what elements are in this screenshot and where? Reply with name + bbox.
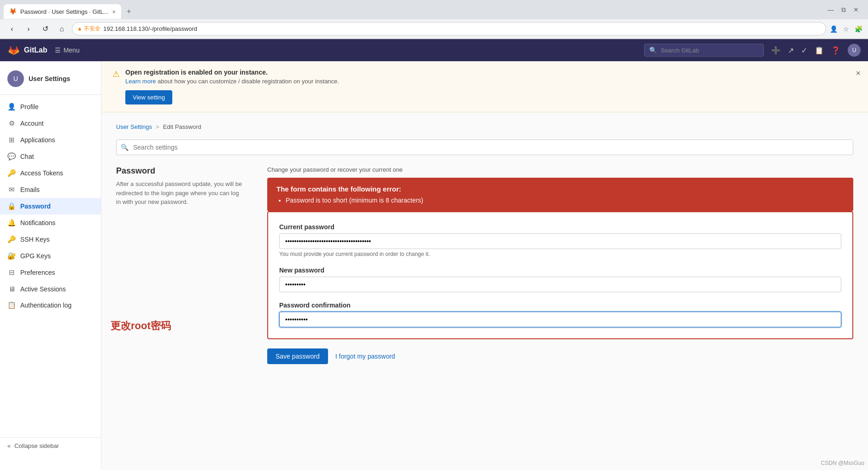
- sidebar-item-gpg-keys[interactable]: 🔐 GPG Keys: [0, 248, 101, 264]
- header-search[interactable]: 🔍: [644, 44, 764, 57]
- learn-more-link[interactable]: Learn more: [125, 78, 156, 85]
- collapse-label: Collapse sidebar: [14, 442, 59, 449]
- form-title: Password: [116, 166, 245, 176]
- form-actions: Save password I forgot my password: [267, 348, 853, 364]
- todos-icon[interactable]: 📋: [815, 46, 824, 55]
- form-description-text: After a successful password update, you …: [116, 180, 245, 207]
- help-icon[interactable]: ❓: [831, 46, 840, 55]
- current-password-group: Current password You must provide your c…: [279, 223, 841, 257]
- create-icon[interactable]: ➕: [771, 46, 780, 55]
- forward-button[interactable]: ›: [22, 23, 35, 35]
- sidebar-item-label: Profile: [20, 103, 39, 110]
- sidebar-item-label: Preferences: [20, 269, 55, 276]
- sidebar-item-notifications[interactable]: 🔔 Notifications: [0, 215, 101, 231]
- active-tab[interactable]: 🦊 Password · User Settings · GitL... ×: [4, 4, 121, 19]
- security-warning: ▲ 不安全: [77, 25, 100, 33]
- sidebar-item-label: Active Sessions: [20, 285, 66, 293]
- ssh-keys-nav-icon: 🔑: [7, 235, 16, 244]
- breadcrumb-parent[interactable]: User Settings: [116, 123, 152, 130]
- sidebar-item-label: Password: [20, 203, 51, 210]
- error-title: The form contains the following error:: [276, 185, 844, 193]
- sidebar-item-label: Access Tokens: [20, 169, 63, 177]
- sidebar-item-label: Emails: [20, 186, 40, 193]
- sidebar-user-title: User Settings: [29, 75, 70, 82]
- account-nav-icon: ⚙: [7, 119, 16, 128]
- save-password-button[interactable]: Save password: [267, 348, 328, 364]
- address-bar: ‹ › ↺ ⌂ ▲ 不安全 192.168.118.130/-/profile/…: [0, 19, 868, 39]
- sidebar-item-chat[interactable]: 💬 Chat: [0, 148, 101, 165]
- current-password-input[interactable]: [279, 233, 841, 249]
- tab-title: Password · User Settings · GitL...: [20, 8, 108, 15]
- banner-close-button[interactable]: ×: [856, 69, 861, 78]
- minimize-button[interactable]: —: [827, 6, 834, 14]
- back-button[interactable]: ‹: [6, 23, 18, 35]
- confirm-password-label: Password confirmation: [279, 302, 841, 309]
- sidebar-item-active-sessions[interactable]: 🖥 Active Sessions: [0, 281, 101, 297]
- collapse-sidebar-button[interactable]: « Collapse sidebar: [0, 437, 101, 454]
- search-input[interactable]: [661, 47, 759, 54]
- search-icon: 🔍: [649, 46, 657, 54]
- browser-chrome: 🦊 Password · User Settings · GitL... × +…: [0, 0, 868, 39]
- sidebar-item-label: GPG Keys: [20, 252, 51, 260]
- refresh-button[interactable]: ↺: [39, 23, 52, 35]
- gitlab-header: GitLab ☰ Menu 🔍 ➕ ↗ ✓ 📋 ❓ U: [0, 39, 868, 61]
- gitlab-fox-icon: [7, 44, 20, 57]
- form-right: Change your password or recover your cur…: [267, 166, 853, 364]
- address-input[interactable]: ▲ 不安全 192.168.118.130/-/profile/password: [72, 22, 826, 35]
- sidebar-item-profile[interactable]: 👤 Profile: [0, 99, 101, 115]
- sidebar-item-auth-log[interactable]: 📋 Authentication log: [0, 297, 101, 313]
- url-text: 192.168.118.130/-/profile/password: [103, 25, 197, 32]
- password-nav-icon: 🔒: [7, 202, 16, 210]
- profile-icon[interactable]: 👤: [830, 25, 838, 33]
- banner-text-after: about how you can customize / disable re…: [156, 78, 339, 85]
- sidebar-item-access-tokens[interactable]: 🔑 Access Tokens: [0, 165, 101, 181]
- sidebar-item-label: Authentication log: [20, 302, 71, 309]
- sidebar-item-account[interactable]: ⚙ Account: [0, 115, 101, 132]
- menu-button[interactable]: ☰ Menu: [55, 46, 80, 54]
- gpg-keys-nav-icon: 🔐: [7, 252, 16, 260]
- view-setting-button[interactable]: View setting: [125, 90, 172, 104]
- sidebar-item-label: Applications: [20, 136, 55, 144]
- bookmark-icon[interactable]: ☆: [843, 25, 849, 33]
- tab-close-button[interactable]: ×: [112, 8, 116, 15]
- sidebar-item-emails[interactable]: ✉ Emails: [0, 181, 101, 198]
- breadcrumb: User Settings > Edit Password: [116, 123, 853, 130]
- access-tokens-nav-icon: 🔑: [7, 169, 16, 177]
- chat-nav-icon: 💬: [7, 152, 16, 161]
- applications-nav-icon: ⊞: [7, 136, 16, 144]
- header-icons: ➕ ↗ ✓ 📋 ❓ U: [771, 44, 861, 57]
- sidebar-item-password[interactable]: 🔒 Password: [0, 198, 101, 215]
- tab-bar: 🦊 Password · User Settings · GitL... × +…: [0, 0, 868, 19]
- new-password-input[interactable]: [279, 277, 841, 292]
- maximize-button[interactable]: ⧉: [841, 6, 846, 14]
- breadcrumb-current: Edit Password: [163, 123, 201, 130]
- collapse-icon: «: [7, 442, 11, 449]
- user-avatar[interactable]: U: [848, 44, 861, 57]
- search-settings-input[interactable]: [116, 139, 853, 155]
- banner-text: Learn more about how you can customize /…: [125, 78, 857, 85]
- sidebar-user-section: U User Settings: [0, 65, 101, 95]
- menu-label: Menu: [64, 46, 80, 54]
- extensions-icon[interactable]: 🧩: [855, 25, 862, 33]
- error-box: The form contains the following error: P…: [267, 178, 853, 211]
- sidebar-user-avatar: U: [7, 70, 24, 87]
- home-button[interactable]: ⌂: [55, 23, 68, 35]
- form-layout: Password After a successful password upd…: [116, 166, 853, 364]
- form-right-heading: Change your password or recover your cur…: [267, 166, 853, 173]
- forgot-password-link[interactable]: I forgot my password: [335, 353, 395, 360]
- current-password-hint: You must provide your current password i…: [279, 251, 841, 257]
- new-tab-button[interactable]: +: [123, 4, 135, 19]
- sidebar-item-label: Account: [20, 120, 44, 127]
- window-controls: — ⧉ ✕: [822, 6, 864, 17]
- merge-requests-icon[interactable]: ↗: [788, 46, 794, 55]
- form-container: Current password You must provide your c…: [267, 211, 853, 339]
- banner-warning-icon: ⚠: [112, 69, 120, 79]
- issues-icon[interactable]: ✓: [801, 46, 807, 55]
- close-window-button[interactable]: ✕: [853, 6, 859, 14]
- sidebar-item-applications[interactable]: ⊞ Applications: [0, 132, 101, 148]
- sidebar-item-preferences[interactable]: ⊟ Preferences: [0, 264, 101, 281]
- confirm-password-input[interactable]: [279, 312, 841, 327]
- banner-title: Open registration is enabled on your ins…: [125, 69, 857, 76]
- gitlab-logo[interactable]: GitLab: [7, 44, 47, 57]
- sidebar-item-ssh-keys[interactable]: 🔑 SSH Keys: [0, 231, 101, 248]
